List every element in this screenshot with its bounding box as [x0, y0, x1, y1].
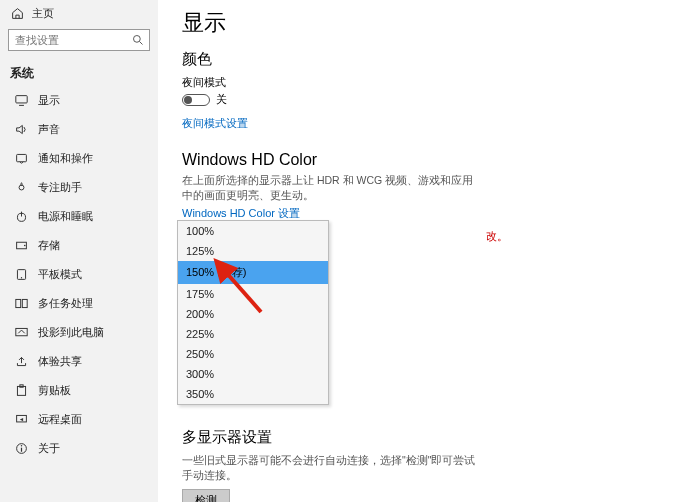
home-icon	[10, 7, 24, 21]
search-icon	[131, 33, 145, 47]
scale-option[interactable]: 150% (推荐)	[178, 261, 328, 284]
svg-point-20	[20, 445, 21, 446]
power-icon	[14, 210, 28, 224]
detect-button[interactable]: 检测	[182, 489, 230, 502]
scale-option[interactable]: 250%	[178, 344, 328, 364]
sidebar-item-label: 专注助手	[38, 180, 82, 195]
sidebar-item-focus[interactable]: 专注助手	[0, 173, 158, 202]
clipboard-icon	[14, 384, 28, 398]
sidebar-item-label: 存储	[38, 238, 60, 253]
sidebar: 主页 系统 显示声音通知和操作专注助手电源和睡眠存储平板模式多任务处理投影到此电…	[0, 0, 158, 502]
night-mode-label: 夜间模式	[182, 75, 656, 90]
display-icon	[14, 94, 28, 108]
sidebar-item-tablet[interactable]: 平板模式	[0, 260, 158, 289]
sidebar-item-label: 剪贴板	[38, 383, 71, 398]
sidebar-item-label: 多任务处理	[38, 296, 93, 311]
svg-rect-4	[16, 154, 26, 161]
section-multi-display: 多显示器设置	[182, 428, 656, 447]
sidebar-group-label: 系统	[0, 55, 158, 86]
search-box[interactable]	[8, 29, 150, 51]
scale-option[interactable]: 225%	[178, 324, 328, 344]
scale-option[interactable]: 200%	[178, 304, 328, 324]
share-icon	[14, 355, 28, 369]
multi-display-desc: 一些旧式显示器可能不会进行自动连接，选择"检测"即可尝试手动连接。	[182, 453, 482, 482]
sidebar-item-about[interactable]: 关于	[0, 434, 158, 463]
svg-rect-15	[17, 386, 25, 395]
sidebar-item-label: 体验共享	[38, 354, 82, 369]
sidebar-nav: 显示声音通知和操作专注助手电源和睡眠存储平板模式多任务处理投影到此电脑体验共享剪…	[0, 86, 158, 502]
hd-color-desc: 在上面所选择的显示器上让 HDR 和 WCG 视频、游戏和应用中的画面更明亮、更…	[182, 173, 482, 202]
svg-rect-12	[15, 299, 20, 307]
svg-point-0	[134, 36, 141, 43]
scale-note-fragment: 改。	[486, 230, 508, 244]
page-title: 显示	[182, 8, 656, 38]
multitask-icon	[14, 297, 28, 311]
sidebar-item-label: 投影到此电脑	[38, 325, 104, 340]
scale-option[interactable]: 175%	[178, 284, 328, 304]
sidebar-item-remote[interactable]: 远程桌面	[0, 405, 158, 434]
section-color: 颜色	[182, 50, 656, 69]
project-icon	[14, 326, 28, 340]
sidebar-item-label: 平板模式	[38, 267, 82, 282]
sidebar-item-project[interactable]: 投影到此电脑	[0, 318, 158, 347]
sidebar-item-notify[interactable]: 通知和操作	[0, 144, 158, 173]
svg-point-9	[23, 245, 25, 247]
scale-option[interactable]: 125%	[178, 241, 328, 261]
sidebar-item-label: 关于	[38, 441, 60, 456]
scale-option[interactable]: 350%	[178, 384, 328, 404]
sidebar-item-label: 声音	[38, 122, 60, 137]
svg-line-1	[140, 42, 143, 45]
remote-icon	[14, 413, 28, 427]
night-mode-toggle[interactable]: 关	[182, 92, 656, 107]
sidebar-item-label: 显示	[38, 93, 60, 108]
night-mode-settings-link[interactable]: 夜间模式设置	[182, 116, 248, 131]
sidebar-item-storage[interactable]: 存储	[0, 231, 158, 260]
tablet-icon	[14, 268, 28, 282]
about-icon	[14, 442, 28, 456]
svg-rect-13	[22, 299, 27, 307]
search-input[interactable]	[8, 29, 150, 51]
sidebar-item-share[interactable]: 体验共享	[0, 347, 158, 376]
sidebar-item-label: 通知和操作	[38, 151, 93, 166]
svg-point-11	[20, 277, 21, 278]
scale-option[interactable]: 300%	[178, 364, 328, 384]
storage-icon	[14, 239, 28, 253]
notify-icon	[14, 152, 28, 166]
scale-dropdown-list[interactable]: 100%125%150% (推荐)175%200%225%250%300%350…	[177, 220, 329, 405]
sidebar-item-label: 远程桌面	[38, 412, 82, 427]
sidebar-item-sound[interactable]: 声音	[0, 115, 158, 144]
focus-icon	[14, 181, 28, 195]
sidebar-item-clipboard[interactable]: 剪贴板	[0, 376, 158, 405]
sidebar-item-multitask[interactable]: 多任务处理	[0, 289, 158, 318]
scale-option[interactable]: 100%	[178, 221, 328, 241]
toggle-track	[182, 94, 210, 106]
sound-icon	[14, 123, 28, 137]
hd-color-title: Windows HD Color	[182, 151, 656, 169]
sidebar-item-power[interactable]: 电源和睡眠	[0, 202, 158, 231]
sidebar-home[interactable]: 主页	[0, 0, 158, 25]
sidebar-item-label: 电源和睡眠	[38, 209, 93, 224]
night-mode-state: 关	[216, 92, 227, 107]
sidebar-home-label: 主页	[32, 6, 54, 21]
sidebar-item-display[interactable]: 显示	[0, 86, 158, 115]
svg-rect-2	[15, 96, 26, 103]
